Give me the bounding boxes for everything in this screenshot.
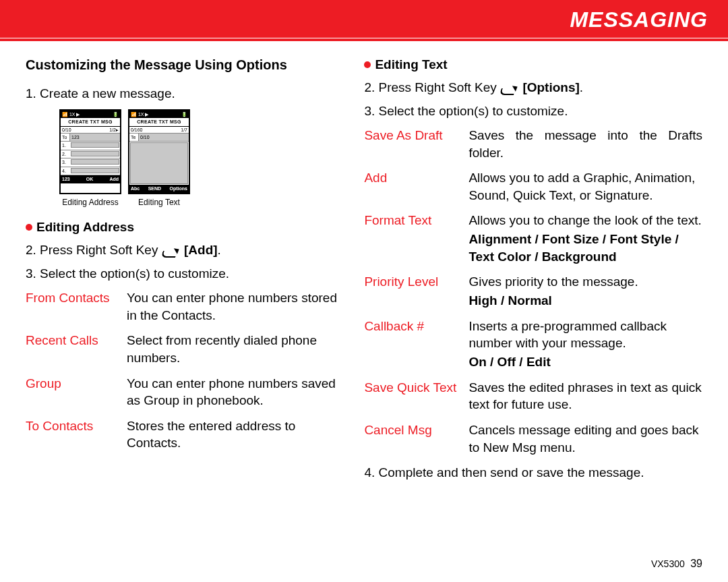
option-row: Format Text Allows you to change the loo…: [364, 212, 702, 265]
phone-editing-address: 📶 1X ▶🔋 CREATE TXT MSG 0/101/2▸ To123 1.…: [59, 109, 121, 194]
desc-sub: High / Normal: [468, 292, 702, 310]
chapter-header: MESSAGING: [0, 0, 728, 38]
step-2: 2. Press Right Soft Key [Add].: [26, 241, 344, 259]
caption: Editing Text: [128, 197, 190, 208]
option-term: Recent Calls: [26, 332, 127, 349]
option-term: Group: [26, 375, 127, 392]
subheading-label: Editing Address: [36, 219, 134, 236]
option-desc: Cancels message editing and goes back to…: [468, 421, 702, 456]
row-num: 4.: [61, 167, 70, 175]
option-desc: Stores the entered address to Contacts.: [127, 417, 344, 452]
left-column: Customizing the Message Using Options 1.…: [26, 56, 344, 488]
step-3: 3. Select the option(s) to customize.: [26, 265, 344, 283]
option-desc: Select from recently dialed phone number…: [127, 332, 344, 366]
option-term: Save As Draft: [364, 127, 468, 144]
option-row: To Contacts Stores the entered address t…: [26, 417, 344, 452]
to-value: 0/10: [139, 134, 189, 141]
option-desc: You can enter phone numbers stored in th…: [127, 289, 344, 324]
status-left: 📶 1X ▶: [62, 111, 80, 117]
option-row: Cancel Msg Cancels message editing and g…: [364, 421, 702, 456]
counter-right: 1/2▸: [109, 127, 119, 133]
section-title: Customizing the Message Using Options: [26, 56, 344, 74]
option-row: Save Quick Text Saves the edited phrases…: [364, 379, 702, 413]
option-row: Add Allows you to add a Graphic, Animati…: [364, 169, 702, 204]
step-text: .: [580, 80, 583, 94]
option-desc: Inserts a pre-programmed callback number…: [468, 318, 702, 371]
status-right: 🔋: [113, 111, 119, 117]
right-column: Editing Text 2. Press Right Soft Key [Op…: [364, 56, 702, 488]
row-num: 1.: [61, 142, 70, 149]
option-desc: Allows you to add a Graphic, Animation, …: [468, 169, 702, 204]
phone-screenshots: 📶 1X ▶🔋 CREATE TXT MSG 0/101/2▸ To123 1.…: [59, 109, 344, 194]
desc-text: Inserts a pre-programmed callback number…: [468, 319, 667, 351]
option-row: Save As Draft Saves the message into the…: [364, 127, 702, 161]
sk-mid: OK: [86, 176, 94, 182]
row-box: [71, 159, 119, 165]
bullet-icon: [26, 224, 32, 231]
step-1: 1. Create a new message.: [26, 85, 344, 103]
counter-left: 0/10: [62, 127, 71, 133]
subheading-label: Editing Text: [375, 56, 447, 74]
option-term: Cancel Msg: [364, 421, 468, 439]
status-right: 🔋: [181, 111, 187, 117]
row-num: 3.: [61, 158, 70, 166]
option-term: From Contacts: [26, 289, 127, 307]
option-row: Recent Calls Select from recently dialed…: [26, 332, 344, 366]
page-content: Customizing the Message Using Options 1.…: [0, 41, 728, 488]
desc-text: Cancels message editing and goes back to…: [468, 423, 698, 455]
step-3: 3. Select the option(s) to customize.: [364, 103, 702, 120]
sk-right: Add: [109, 176, 119, 182]
step-4: 4. Complete and then send or save the me…: [364, 464, 702, 482]
option-desc: Saves the edited phrases in text as quic…: [468, 379, 702, 413]
option-row: Group You can enter phone numbers saved …: [26, 375, 344, 409]
phone-editing-text: 📶 1X ▶🔋 CREATE TXT MSG 0/1601/7 Te0/10 A…: [128, 109, 190, 194]
to-value: 123: [70, 134, 120, 141]
softkey-arrow-icon: [500, 83, 519, 94]
phone-captions: Editing Address Editing Text: [59, 197, 344, 208]
phone-title: CREATE TXT MSG: [129, 118, 189, 126]
address-options-table: From Contacts You can enter phone number…: [26, 289, 344, 452]
option-desc: Allows you to change the look of the tex…: [468, 212, 702, 265]
page-footer: VX5300 39: [651, 558, 702, 570]
subheading-editing-address: Editing Address: [26, 219, 344, 236]
sk-left: 123: [62, 176, 70, 182]
option-term: To Contacts: [26, 417, 127, 435]
status-left: 📶 1X ▶: [131, 111, 148, 117]
softkey-arrow-icon: [162, 245, 181, 256]
desc-text: Allows you to change the look of the tex…: [468, 213, 701, 227]
page-number: 39: [690, 558, 702, 569]
sk-mid: SEND: [148, 185, 161, 192]
step-2: 2. Press Right Soft Key [Options].: [364, 79, 702, 96]
sk-left: Abc: [131, 185, 140, 192]
caption: Editing Address: [59, 197, 121, 208]
phone-title: CREATE TXT MSG: [61, 118, 120, 126]
desc-sub: On / Off / Edit: [468, 353, 702, 371]
desc-text: Gives priority to the message.: [468, 274, 638, 289]
option-row: Callback # Inserts a pre-programmed call…: [364, 318, 702, 371]
to-label: Te: [129, 134, 139, 141]
model-number: VX5300: [651, 558, 685, 569]
desc-text: Saves the message into the Drafts folder…: [468, 128, 702, 160]
row-num: 2.: [61, 150, 70, 158]
row-box: [71, 168, 119, 173]
option-row: Priority Level Gives priority to the mes…: [364, 273, 702, 309]
option-term: Callback #: [364, 318, 468, 335]
text-options-table: Save As Draft Saves the message into the…: [364, 127, 702, 456]
option-term: Add: [364, 169, 468, 187]
row-box: [71, 151, 119, 156]
option-desc: You can enter phone numbers saved as Gro…: [127, 375, 344, 409]
to-label: To: [61, 134, 70, 141]
softkey-name: [Add]: [184, 243, 218, 257]
desc-text: Allows you to add a Graphic, Animation, …: [468, 171, 695, 202]
subheading-editing-text: Editing Text: [364, 56, 702, 74]
bullet-icon: [364, 61, 371, 68]
desc-text: Saves the edited phrases in text as quic…: [468, 380, 701, 412]
option-desc: Saves the message into the Drafts folder…: [468, 127, 702, 161]
step-text: .: [218, 243, 221, 257]
sk-right: Options: [170, 185, 187, 192]
counter-left: 0/160: [131, 127, 143, 133]
row-box: [71, 142, 119, 148]
counter-right: 1/7: [181, 127, 187, 133]
option-desc: Gives priority to the message.High / Nor…: [468, 273, 702, 309]
option-row: From Contacts You can enter phone number…: [26, 289, 344, 324]
